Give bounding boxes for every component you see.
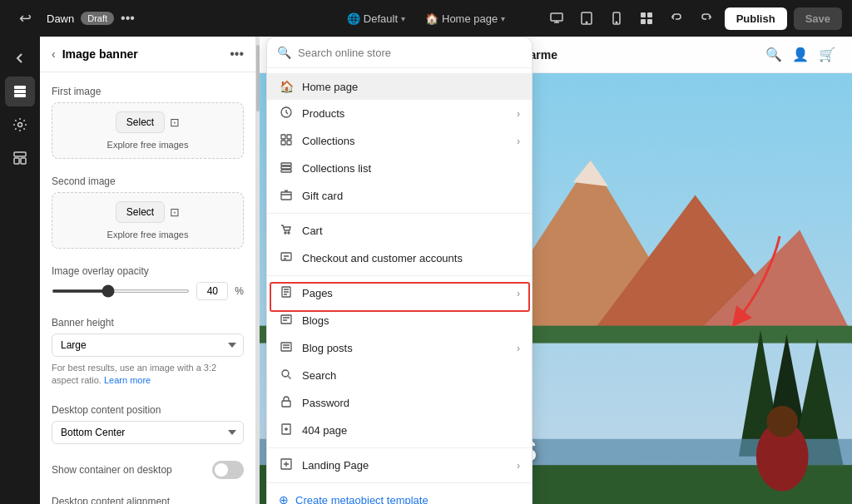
search-box: 🔍 <box>267 37 532 68</box>
svg-rect-15 <box>21 158 26 164</box>
grid-view-button[interactable] <box>635 7 658 30</box>
panel-header: ‹ Image banner ••• <box>40 37 255 72</box>
default-selector[interactable]: 🌐 Default ▾ <box>340 9 412 28</box>
redo-button[interactable] <box>695 7 718 30</box>
divider-1 <box>267 213 532 214</box>
mobile-view-button[interactable] <box>605 7 628 30</box>
panel-content: First image Select ⊡ Explore free images… <box>40 72 255 504</box>
first-image-label: First image <box>52 86 244 97</box>
gift-card-nav-icon <box>279 189 294 203</box>
publish-button[interactable]: Publish <box>725 7 787 30</box>
store-more-button[interactable]: ••• <box>121 11 135 26</box>
svg-point-2 <box>586 22 587 22</box>
opacity-input[interactable] <box>196 282 228 300</box>
svg-point-38 <box>766 406 798 437</box>
divider-3 <box>267 447 532 448</box>
collections-nav-icon <box>279 134 294 148</box>
svg-rect-41 <box>287 135 291 139</box>
save-button[interactable]: Save <box>794 7 842 30</box>
dropdown-item-products[interactable]: Products › <box>267 100 532 127</box>
dropdown-item-collections-list[interactable]: Collections list <box>267 155 532 182</box>
landing-arrow-icon: › <box>517 460 520 472</box>
cart-icon: 🛒 <box>819 47 835 62</box>
banner-height-select[interactable]: Large <box>52 334 244 357</box>
svg-rect-5 <box>641 12 646 17</box>
dropdown-item-404[interactable]: 404 page <box>267 417 532 444</box>
dropdown-item-search[interactable]: Search <box>267 362 532 389</box>
back-to-admin-button[interactable]: ↩ <box>10 3 40 33</box>
draft-badge: Draft <box>81 12 114 25</box>
opacity-slider[interactable] <box>52 289 190 293</box>
panel-menu-button[interactable]: ••• <box>230 47 244 62</box>
home-nav-icon: 🏠 <box>279 80 294 93</box>
blogs-nav-icon <box>279 314 294 328</box>
undo-button[interactable] <box>665 7 688 30</box>
preview-area: ☰ usenearme 🔍 👤 🛒 test products 🔍 <box>260 37 852 504</box>
blog-posts-arrow-icon: › <box>517 343 520 354</box>
svg-point-48 <box>285 232 286 234</box>
dropdown-item-password[interactable]: Password <box>267 389 532 417</box>
overlay-group: Image overlay opacity % <box>52 265 244 300</box>
checkout-nav-icon <box>279 251 294 265</box>
second-image-select-button[interactable]: Select <box>116 201 165 223</box>
page-404-nav-icon <box>279 423 294 437</box>
alignment-label: Desktop content alignment <box>52 496 244 504</box>
opacity-row: % <box>52 282 244 300</box>
search-icon: 🔍 <box>765 47 782 62</box>
dropdown-item-gift-card[interactable]: Gift card <box>267 182 532 210</box>
desktop-position-label: Desktop content position <box>52 404 244 416</box>
show-container-label: Show container on desktop <box>52 464 172 476</box>
svg-rect-8 <box>647 19 652 24</box>
svg-rect-40 <box>281 135 285 139</box>
desktop-position-group: Desktop content position Bottom Center <box>52 404 244 444</box>
second-image-select[interactable]: Select ⊡ Explore free images <box>52 192 244 249</box>
svg-point-12 <box>18 123 22 127</box>
dropdown-item-cart[interactable]: Cart <box>267 217 532 245</box>
left-panel: ‹ Image banner ••• First image Select ⊡ … <box>40 37 256 504</box>
svg-rect-6 <box>647 12 652 17</box>
create-metaobject-link[interactable]: ⊕ Create metaobject template <box>267 487 532 504</box>
search-input[interactable] <box>298 47 522 59</box>
dropdown-item-landing[interactable]: Landing Page › <box>267 452 532 479</box>
dropdown-item-collections[interactable]: Collections › <box>267 127 532 155</box>
sidebar-back-button[interactable] <box>5 43 35 73</box>
globe-icon: 🌐 <box>347 12 360 25</box>
show-container-toggle[interactable] <box>212 461 244 479</box>
tablet-view-button[interactable] <box>575 7 598 30</box>
create-metaobject-label: Create metaobject template <box>295 494 428 505</box>
desktop-position-select[interactable]: Bottom Center <box>52 421 244 444</box>
collections-list-nav-icon <box>279 161 294 175</box>
panel-back-button[interactable]: ‹ <box>52 47 56 61</box>
sidebar-layers-button[interactable] <box>5 77 35 106</box>
image-icon: ⊡ <box>170 116 180 129</box>
banner-height-label: Banner height <box>52 317 244 329</box>
svg-rect-10 <box>14 90 26 93</box>
dropdown-item-home[interactable]: 🏠 Home page <box>267 73 532 100</box>
svg-point-4 <box>616 22 617 22</box>
blog-posts-nav-icon <box>279 341 294 355</box>
dropdown-item-checkout[interactable]: Checkout and customer accounts <box>267 245 532 272</box>
dropdown-list: 🏠 Home page Products › Collection <box>267 68 532 504</box>
svg-rect-42 <box>281 141 285 145</box>
topbar-center: 🌐 Default ▾ 🏠 Home page ▾ <box>340 9 512 28</box>
dropdown-item-blogs[interactable]: Blogs <box>267 307 532 334</box>
sidebar-sections-button[interactable] <box>5 143 35 173</box>
banner-hint: For best results, use an image with a 3:… <box>52 362 244 388</box>
first-image-select[interactable]: Select ⊡ Explore free images <box>52 102 244 159</box>
collections-arrow-icon: › <box>517 136 520 147</box>
dropdown-item-blog-posts[interactable]: Blog posts › <box>267 334 532 362</box>
dropdown-item-pages[interactable]: Pages › <box>267 279 532 307</box>
explore-link-first: Explore free images <box>107 140 189 150</box>
second-image-label: Second image <box>52 175 244 187</box>
svg-rect-45 <box>281 166 291 169</box>
password-nav-icon <box>279 396 294 410</box>
first-image-select-button[interactable]: Select <box>116 111 165 133</box>
sidebar-settings-button[interactable] <box>5 110 35 140</box>
homepage-selector[interactable]: 🏠 Home page ▾ <box>419 9 512 28</box>
topbar: ↩ Dawn Draft ••• 🌐 Default ▾ 🏠 Home page… <box>0 0 852 37</box>
learn-more-link[interactable]: Learn more <box>104 375 151 385</box>
desktop-view-button[interactable] <box>545 7 568 30</box>
store-name-label: Dawn <box>47 12 74 25</box>
svg-rect-9 <box>14 86 26 89</box>
svg-rect-7 <box>641 19 646 24</box>
